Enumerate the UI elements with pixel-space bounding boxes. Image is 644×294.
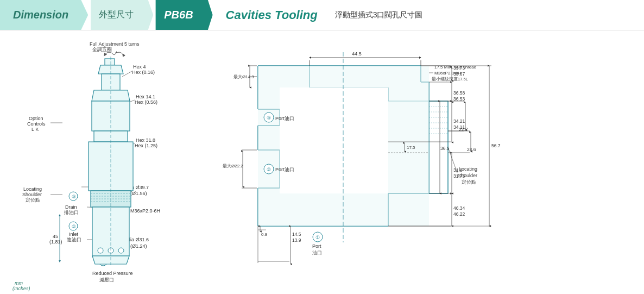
main-content: Full Adjustment 5 turns 全調五圈 + [0, 30, 644, 294]
svg-rect-89 [280, 87, 388, 193]
right-drawing: ③ Port油口 ② Port油口 ① Port 油口 44.5 最大Ø14.3 [214, 36, 529, 294]
svg-text:22.2: 22.2 [459, 127, 468, 132]
svg-text:Reduced Pressure: Reduced Pressure [92, 271, 133, 276]
svg-point-55 [98, 248, 103, 253]
svg-text:45: 45 [53, 234, 58, 239]
svg-text:(1.81): (1.81) [49, 239, 62, 245]
svg-text:(Ø1.24): (Ø1.24) [130, 243, 147, 249]
svg-text:24.6: 24.6 [467, 147, 476, 152]
svg-text:油口: 油口 [312, 250, 322, 255]
svg-text:最小螺紋深度17.5L: 最小螺紋深度17.5L [432, 77, 468, 82]
svg-text:34.21: 34.21 [453, 118, 465, 124]
tab-japanese-label: 浮動型插式3口閥孔尺寸圖 [335, 10, 423, 20]
svg-text:Hex 14.1: Hex 14.1 [136, 94, 155, 99]
svg-text:進油口: 進油口 [67, 237, 81, 242]
svg-text:(Ø1.56): (Ø1.56) [130, 191, 147, 196]
svg-text:36.5: 36.5 [440, 146, 450, 151]
svg-text:Hex (0.56): Hex (0.56) [135, 99, 157, 105]
svg-text:mm: mm [15, 280, 23, 286]
svg-text:Port油口: Port油口 [275, 116, 294, 121]
svg-text:44.5: 44.5 [352, 51, 362, 57]
svg-text:Hex 31.8: Hex 31.8 [136, 137, 155, 143]
tab-code-label: PB6B [164, 9, 193, 21]
svg-text:Inlet: Inlet [69, 232, 79, 237]
header-bar: Dimension 外型尺寸 PB6B Cavities Tooling 浮動型… [0, 0, 644, 30]
svg-text:Hex 4: Hex 4 [133, 64, 146, 70]
svg-text:③: ③ [267, 115, 271, 121]
right-panel: ③ Port油口 ② Port油口 ① Port 油口 44.5 最大Ø14.3 [214, 36, 636, 289]
svg-text:0.8: 0.8 [261, 232, 268, 237]
svg-text:Controls: Controls [27, 121, 46, 127]
full-adj-text: Full Adjustment 5 turns [90, 41, 140, 47]
svg-text:(Inches): (Inches) [12, 286, 30, 291]
svg-point-57 [118, 248, 124, 253]
svg-rect-41 [105, 59, 115, 65]
svg-text:13.9: 13.9 [292, 237, 301, 243]
svg-text:Shoulder: Shoulder [22, 192, 42, 197]
svg-text:dia Ø31.6: dia Ø31.6 [128, 237, 149, 242]
svg-text:②: ② [72, 224, 76, 229]
svg-text:+: + [115, 50, 118, 55]
svg-text:Locating: Locating [23, 186, 42, 192]
svg-text:M36xP2.0-6H: M36xP2.0-6H [130, 208, 160, 214]
svg-text:17.5 MIN. Full Thread: 17.5 MIN. Full Thread [434, 65, 476, 70]
svg-text:14.5: 14.5 [292, 232, 301, 237]
svg-text:排油口: 排油口 [64, 210, 79, 215]
adj-arc [105, 52, 114, 55]
svg-text:36.53: 36.53 [453, 96, 465, 102]
svg-text:17.5: 17.5 [407, 145, 415, 150]
svg-text:③: ③ [72, 194, 76, 199]
tab-chinese-label: 外型尺寸 [99, 9, 134, 21]
svg-text:Hex (1.25): Hex (1.25) [135, 143, 157, 148]
tab-cavities-label: Cavities Tooling [226, 8, 318, 22]
tab-japanese: 浮動型插式3口閥孔尺寸圖 [331, 0, 436, 30]
svg-text:46.22: 46.22 [453, 211, 465, 217]
svg-text:最大Ø14.3: 最大Ø14.3 [233, 74, 254, 79]
svg-text:36.58: 36.58 [453, 90, 465, 96]
svg-text:L  K: L K [31, 127, 39, 132]
svg-text:M36xP2.0-6H: M36xP2.0-6H [434, 71, 461, 76]
svg-line-3 [122, 71, 132, 77]
svg-text:①: ① [315, 235, 320, 240]
tab-cavities[interactable]: Cavities Tooling [213, 0, 331, 30]
svg-text:最大Ø22.2: 最大Ø22.2 [223, 164, 243, 168]
svg-text:31.75: 31.75 [453, 173, 465, 179]
svg-text:減壓口: 減壓口 [99, 277, 114, 283]
tab-chinese[interactable]: 外型尺寸 [88, 0, 153, 30]
tab-dimension-label: Dimension [13, 9, 68, 21]
svg-text:Port油口: Port油口 [275, 167, 294, 172]
svg-text:②: ② [267, 167, 271, 172]
svg-text:定位點: 定位點 [26, 197, 40, 203]
left-drawing: Full Adjustment 5 turns 全調五圈 + [8, 36, 214, 294]
svg-text:Hex (0.16): Hex (0.16) [132, 70, 155, 75]
tab-dimension[interactable]: Dimension [0, 0, 88, 30]
svg-text:Port: Port [312, 243, 321, 249]
svg-text:31.8: 31.8 [453, 167, 463, 173]
svg-text:56.7: 56.7 [491, 143, 501, 148]
full-adj-chinese: 全調五圈 [92, 47, 112, 52]
svg-text:Option: Option [29, 116, 43, 121]
left-panel: Full Adjustment 5 turns 全調五圈 + [8, 36, 214, 289]
svg-text:Drain: Drain [65, 204, 77, 210]
svg-text:定位點: 定位點 [462, 179, 476, 185]
svg-text:46.34: 46.34 [453, 205, 465, 211]
tab-code[interactable]: PB6B [153, 0, 212, 30]
